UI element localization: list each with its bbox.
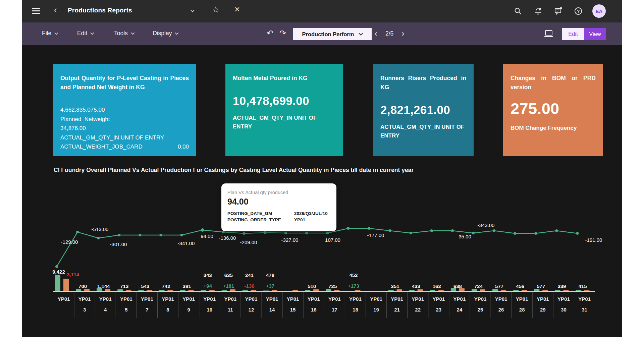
line-point[interactable] (430, 229, 433, 232)
kpi-card-title: Runners Risers Produced in KG (380, 74, 466, 92)
line-point[interactable] (243, 232, 246, 235)
axis-order-type-label[interactable]: YP01 (495, 296, 507, 302)
bar-value-label: 543 (141, 283, 149, 289)
next-page-icon[interactable]: › (401, 29, 404, 39)
line-point[interactable] (76, 231, 79, 233)
line-point[interactable] (284, 232, 287, 234)
axis-order-type-label[interactable]: YP01 (78, 296, 91, 302)
edit-mode-button[interactable]: Edit (562, 28, 584, 40)
bar-actual[interactable] (55, 275, 60, 291)
undo-icon[interactable]: ↶ (267, 29, 273, 38)
favorite-star-icon[interactable]: ☆ (212, 5, 219, 14)
axis-order-type-label[interactable]: YP01 (537, 296, 549, 302)
line-point[interactable] (514, 232, 516, 235)
device-preview-icon[interactable] (544, 30, 554, 38)
line-point[interactable] (493, 229, 495, 232)
bar-plan[interactable] (84, 289, 90, 291)
axis-order-type-label[interactable]: YP01 (349, 296, 362, 302)
search-icon[interactable] (514, 7, 522, 15)
tooltip-value: 94.00 (227, 197, 330, 207)
axis-order-type-label[interactable]: YP01 (266, 296, 278, 302)
axis-order-type-label[interactable]: YP01 (99, 296, 112, 302)
section-selector-dropdown[interactable]: Production Perform (293, 28, 372, 40)
axis-order-type-label[interactable]: YP01 (328, 296, 341, 302)
bar-actual[interactable] (492, 289, 498, 291)
chevron-down-icon (55, 31, 58, 35)
line-point[interactable] (305, 232, 308, 234)
axis-order-type-label[interactable]: YP01 (474, 296, 487, 302)
axis-order-type-label[interactable]: YP01 (287, 296, 299, 302)
axis-order-type-label[interactable]: YP01 (245, 296, 258, 302)
axis-order-type-label[interactable]: YP01 (412, 296, 424, 302)
axis-order-type-label[interactable]: YP01 (516, 296, 528, 302)
page-navigator: ‹ 2/5 › (375, 29, 404, 39)
page-indicator: 2/5 (385, 30, 393, 37)
bar-actual[interactable] (326, 289, 331, 291)
line-point[interactable] (201, 228, 204, 232)
redo-icon[interactable]: ↷ (279, 29, 286, 38)
kpi-card-bom-changes[interactable]: Changes in BOM or PRD version 275.00 BOM… (503, 64, 603, 156)
axis-order-type-label[interactable]: YP01 (224, 296, 236, 302)
axis-order-type-label[interactable]: YP01 (453, 296, 466, 302)
hamburger-menu-icon[interactable] (32, 8, 40, 14)
line-point[interactable] (410, 232, 412, 234)
feedback-chat-icon[interactable] (554, 7, 562, 15)
line-point[interactable] (368, 227, 371, 230)
axis-order-type-label[interactable]: YP01 (370, 296, 382, 302)
axis-order-type-label[interactable]: YP01 (308, 296, 320, 302)
bar-value-label: 343 (204, 272, 212, 278)
bar-actual[interactable] (472, 289, 477, 291)
axis-order-type-label[interactable]: YP01 (557, 296, 570, 302)
view-mode-button[interactable]: View (584, 28, 606, 40)
close-icon[interactable]: × (234, 4, 240, 15)
axis-order-type-label[interactable]: YP01 (120, 296, 132, 302)
previous-page-icon[interactable]: ‹ (375, 29, 377, 39)
axis-order-type-label[interactable]: YP01 (203, 296, 216, 302)
axis-order-type-label[interactable]: YP01 (58, 296, 70, 302)
axis-order-type-label[interactable]: YP01 (141, 296, 153, 302)
line-point[interactable] (118, 234, 120, 236)
line-point[interactable] (389, 229, 391, 232)
line-point[interactable] (451, 229, 454, 232)
axis-order-type-label[interactable]: YP01 (182, 296, 195, 302)
menu-edit[interactable]: Edit (77, 30, 94, 37)
line-point[interactable] (97, 237, 100, 239)
line-point[interactable] (55, 265, 58, 268)
line-value-label: -209.00 (240, 239, 257, 245)
kpi-card-output-quantity[interactable]: Output Quantity for P-Level Casting in P… (53, 64, 196, 156)
help-icon[interactable]: ? (574, 7, 583, 15)
notifications-bell-icon[interactable] (534, 7, 542, 15)
line-point[interactable] (555, 229, 558, 232)
axis-order-type-label[interactable]: YP01 (578, 296, 591, 302)
line-point[interactable] (326, 232, 329, 234)
axis-order-type-label[interactable]: YP01 (432, 296, 445, 302)
line-point[interactable] (534, 232, 537, 235)
line-point[interactable] (472, 232, 475, 234)
line-point[interactable] (576, 232, 579, 235)
kpi-card-runners-risers[interactable]: Runners Risers Produced in KG 2,821,261.… (373, 64, 474, 156)
chevron-down-icon (175, 31, 179, 35)
axis-order-type-label[interactable]: YP01 (391, 296, 403, 302)
line-point[interactable] (160, 234, 162, 236)
menu-display[interactable]: Display (153, 30, 178, 37)
bar-value-label: 742 (162, 283, 170, 289)
menu-tools[interactable]: Tools (114, 30, 134, 37)
line-point[interactable] (180, 234, 183, 236)
axis-order-type-label[interactable]: YP01 (162, 296, 174, 302)
bar-actual[interactable] (76, 289, 81, 291)
kpi-card-title: Changes in BOM or PRD version (511, 74, 596, 92)
bar-plan[interactable] (105, 289, 110, 291)
back-icon[interactable]: ‹ (54, 5, 57, 15)
bar-plan[interactable] (63, 279, 69, 291)
toolbar: File Edit Tools Display ↶ ↷ Production P… (22, 22, 622, 45)
line-point[interactable] (347, 227, 350, 230)
bar-actual[interactable] (534, 289, 539, 291)
line-point[interactable] (264, 231, 266, 234)
user-avatar[interactable]: EA (592, 4, 606, 18)
title-chevron-down-icon[interactable] (191, 8, 194, 12)
line-point[interactable] (139, 234, 141, 236)
kpi-card-value: 275.00 (511, 99, 596, 118)
kpi-card-molten-metal[interactable]: Molten Metal Poured in KG 10,478,699.00 … (225, 64, 343, 156)
chevron-down-icon (90, 31, 94, 35)
menu-file[interactable]: File (42, 30, 58, 37)
